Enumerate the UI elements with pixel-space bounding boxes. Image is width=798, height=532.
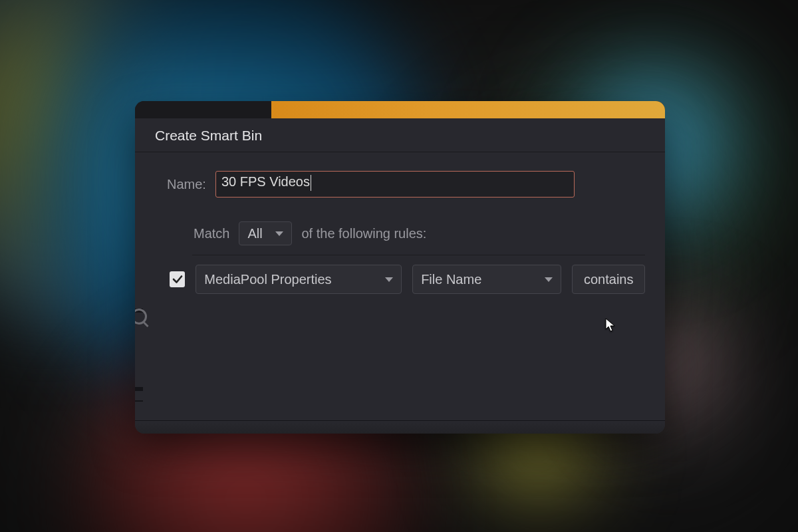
match-row: Match All of the following rules:	[155, 221, 645, 245]
name-input-value: 30 FPS Videos	[221, 174, 310, 189]
rules-divider	[192, 255, 645, 255]
match-prefix: Match	[194, 226, 229, 241]
name-input[interactable]: 30 FPS Videos	[215, 171, 575, 198]
dialog-header: Create Smart Bin	[135, 118, 665, 152]
match-suffix: of the following rules:	[301, 226, 426, 241]
name-row: Name: 30 FPS Videos	[155, 171, 645, 198]
rule-operator-value: contains	[584, 272, 634, 287]
chevron-down-icon	[385, 277, 393, 282]
create-smart-bin-dialog: Create Smart Bin Name: 30 FPS Videos Mat…	[135, 101, 665, 434]
dialog-body: Name: 30 FPS Videos Match All of the fol…	[135, 152, 665, 294]
rule-field-dropdown[interactable]: File Name	[412, 265, 561, 294]
mouse-cursor	[605, 318, 616, 332]
search-icon	[135, 309, 147, 325]
match-mode-value: All	[247, 226, 262, 241]
rule-property-dropdown[interactable]: MediaPool Properties	[196, 265, 402, 294]
match-mode-dropdown[interactable]: All	[239, 221, 292, 245]
chevron-down-icon	[545, 277, 553, 282]
rule-operator-dropdown[interactable]: contains	[572, 265, 645, 294]
chevron-down-icon	[275, 231, 283, 236]
rule-enabled-checkbox[interactable]	[170, 271, 185, 287]
dialog-bottom-bar	[135, 420, 665, 434]
dialog-title: Create Smart Bin	[155, 128, 645, 144]
dialog-titlebar	[135, 101, 665, 118]
text-caret	[311, 175, 311, 191]
check-icon	[172, 273, 184, 285]
rule-field-value: File Name	[421, 272, 481, 287]
rule-row: MediaPool Properties File Name contains	[155, 265, 645, 294]
name-label: Name:	[167, 177, 206, 192]
rule-property-value: MediaPool Properties	[204, 272, 331, 287]
